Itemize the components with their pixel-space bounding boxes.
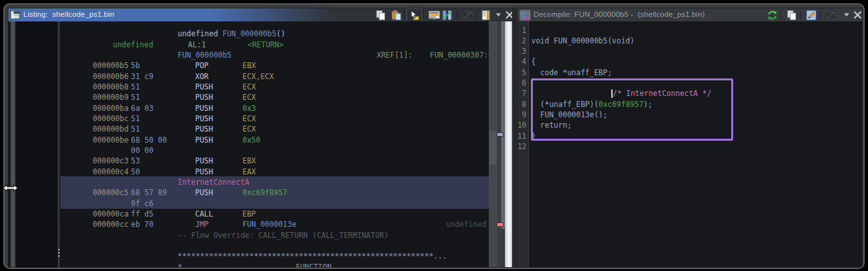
ghidra-window: Listing: shellcode_ps1.bin undefined FUN…	[3, 3, 865, 269]
listing-field: PUSH	[195, 124, 213, 134]
listing-field: FUN_00000307:0	[430, 51, 490, 60]
cursor-location-toggle[interactable]	[406, 8, 422, 21]
listing-overview-bar[interactable]	[505, 21, 513, 267]
decompile-line[interactable]: void FUN_000000b5(void)	[529, 35, 862, 46]
camera-icon	[825, 10, 836, 21]
edit-button[interactable]	[805, 9, 817, 21]
copy-button[interactable]	[786, 9, 797, 21]
listing-field: ff d5	[131, 209, 154, 218]
camera-icon	[462, 10, 474, 21]
listing-row[interactable]: 000000b55bPOPEBX	[60, 60, 490, 71]
display-options-icon	[481, 10, 491, 21]
listing-scrollbar[interactable]	[489, 21, 497, 267]
listing-field: 6a 03	[131, 104, 154, 113]
toolbar-separator	[423, 10, 424, 19]
listing-row[interactable]: 000000c568 57 89PUSH0xc69f8957	[60, 187, 490, 198]
listing-left-margin	[16, 21, 58, 267]
close-icon	[853, 10, 862, 19]
line-number: 8	[522, 100, 526, 109]
listing-row[interactable]: 000000caff d5CALLEBP	[60, 208, 490, 219]
decompile-line[interactable]: code *unaff_EBP;	[529, 67, 862, 78]
listing-row[interactable]: 000000b951PUSHECX	[60, 91, 490, 102]
listing-row[interactable]	[60, 240, 490, 251]
decompile-line[interactable]: {	[529, 56, 862, 67]
screenshot-canvas: Listing: shellcode_ps1.bin undefined FUN…	[0, 0, 868, 271]
listing-field: PUSH	[195, 93, 213, 102]
listing-field: undefined F	[446, 220, 490, 229]
listing-field: CALL	[195, 209, 213, 218]
listing-row[interactable]: 00 00	[60, 145, 490, 156]
paste-button[interactable]	[390, 9, 402, 21]
edit-icon	[806, 10, 817, 21]
listing-field: FUNCTION	[296, 263, 331, 268]
listing-row[interactable]: 000000b631 c9XORECX,ECX	[60, 71, 490, 82]
listing-field: 50	[131, 167, 140, 176]
text-caret	[611, 89, 613, 98]
decompile-code-area[interactable]: void FUN_000000b5(void){ code *unaff_EBP…	[529, 21, 862, 267]
toolbar-separator	[820, 10, 821, 19]
listing-field: EBX	[242, 156, 256, 165]
listing-field: PUSH	[195, 188, 213, 197]
listing-row[interactable]: 000000be68 50 00PUSH0x50	[60, 134, 490, 145]
listing-row[interactable]: 9f c6	[60, 198, 490, 209]
close-button[interactable]	[504, 9, 512, 21]
listing-row[interactable]: 000000bc51PUSHECX	[60, 113, 490, 124]
line-number: 1	[522, 26, 526, 35]
diff-view-button[interactable]	[441, 9, 453, 21]
listing-row[interactable]: 000000b851PUSHECX	[60, 81, 490, 92]
listing-row[interactable]: InternetConnectA	[60, 176, 490, 187]
listing-row[interactable]: 000000cceb 70JMPFUN_0000013eundefined F	[60, 218, 490, 230]
listing-row[interactable]: 000000c450PUSHEAX	[60, 166, 490, 177]
decompile-line[interactable]	[529, 45, 862, 56]
listing-field: ECX	[242, 124, 256, 134]
listing-row[interactable]: undefined FUN_000000b5()	[60, 28, 490, 39]
close-button[interactable]	[852, 9, 862, 21]
listing-left-margin-bar[interactable]	[10, 21, 16, 267]
listing-row[interactable]: 000000bd51PUSHECX	[60, 123, 490, 134]
listing-row[interactable]: FUN_000000b5XREF[1]:FUN_00000307:0	[60, 49, 490, 60]
listing-field: 0x3	[242, 104, 256, 113]
listing-field: PUSH	[195, 136, 213, 145]
listing-field: 000000ba	[93, 104, 128, 113]
refresh-button[interactable]	[766, 9, 778, 21]
listing-row[interactable]: 000000ba6a 03PUSH0x3	[60, 102, 490, 113]
copy-icon	[786, 10, 797, 21]
listing-row[interactable]: undefinedAL:1<RETURN>	[60, 39, 490, 50]
listing-code-area[interactable]: undefined FUN_000000b5()undefinedAL:1<RE…	[60, 21, 490, 268]
listing-row[interactable]: ****************************************…	[60, 250, 490, 261]
decompile-line[interactable]	[529, 25, 862, 36]
listing-divider[interactable]	[58, 21, 60, 267]
decompile-line[interactable]	[529, 141, 862, 152]
listing-row[interactable]: -- Flow Override: CALL_RETURN (CALL_TERM…	[60, 230, 490, 241]
snapshot-button[interactable]	[462, 9, 474, 21]
dropdown-button[interactable]	[841, 9, 852, 21]
listing-field: EAX	[242, 167, 256, 176]
toolbar-separator	[404, 10, 405, 19]
display-options-dropdown[interactable]	[493, 9, 504, 21]
listing-field: ECX	[242, 82, 256, 91]
decompile-panel-header[interactable]: Cf Decompile: FUN_000000b5 - (shellcode_…	[517, 8, 862, 21]
overview-cursor-mark	[497, 132, 504, 137]
line-number: 11	[517, 132, 526, 141]
toolbar-separator	[500, 10, 501, 19]
listing-row[interactable]: 000000c353PUSHEBX	[60, 155, 490, 166]
decompile-line-numbers: 123456789101112	[517, 21, 529, 267]
listing-field: InternetConnectA	[178, 178, 250, 187]
listing-panel-header[interactable]: Listing: shellcode_ps1.bin	[8, 8, 512, 21]
listing-field: 000000b9	[93, 93, 128, 102]
decompile-panel: Cf Decompile: FUN_000000b5 - (shellcode_…	[517, 8, 863, 268]
field-display-button[interactable]	[428, 9, 440, 21]
listing-field: 000000bc	[93, 114, 128, 123]
display-options-button[interactable]	[480, 9, 492, 21]
listing-field: 51	[131, 114, 140, 123]
decompiler-c-icon: Cf	[519, 10, 531, 21]
listing-scrollbar-thumb[interactable]	[489, 131, 497, 165]
copy-button[interactable]	[375, 9, 386, 21]
listing-row[interactable]: *FUNCTION...	[60, 261, 490, 268]
listing-field: PUSH	[195, 156, 213, 165]
listing-field: 000000bd	[93, 124, 128, 134]
line-number: 6	[522, 78, 526, 88]
listing-field: 0x50	[242, 136, 261, 145]
snapshot-button[interactable]	[825, 9, 836, 21]
listing-field: 68 57 89	[131, 188, 167, 197]
